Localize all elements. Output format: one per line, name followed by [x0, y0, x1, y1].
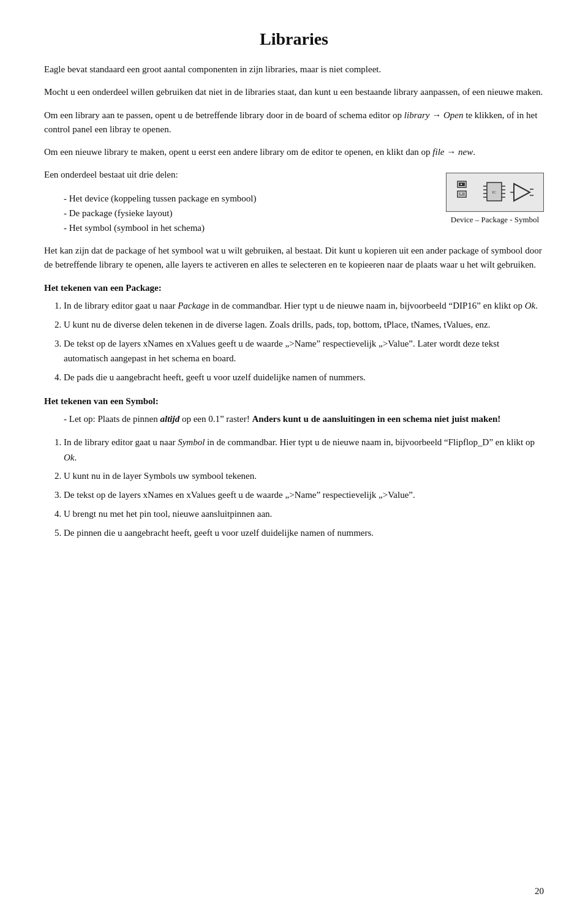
svg-text:IC: IC: [492, 190, 497, 195]
symbol-icon: [510, 179, 533, 206]
list-item: U brengt nu met het pin tool, nieuwe aan…: [64, 506, 544, 522]
package-icon: IC: [482, 179, 507, 206]
paragraph-4: Om een nieuwe library te maken, opent u …: [44, 145, 544, 159]
paragraph-1: Eagle bevat standaard een groot aantal c…: [44, 62, 544, 77]
device-image-graphic: IC: [446, 173, 544, 212]
symbol-bullet-list: Let op: Plaats de pinnen altijd op een 0…: [64, 412, 544, 426]
device-icon: [456, 179, 478, 206]
symbol-steps: In de library editor gaat u naar Symbol …: [64, 435, 544, 541]
list-item: In de library editor gaat u naar Package…: [64, 298, 544, 314]
page-title: Libraries: [44, 29, 544, 49]
page-number: 20: [535, 886, 544, 897]
page: Libraries Eagle bevat standaard een groo…: [0, 0, 588, 921]
svg-marker-16: [514, 184, 530, 201]
three-parts-section: IC Device – Package - Symbol Een onderde…: [44, 168, 544, 243]
heading-symbol: Het tekenen van een Symbol:: [44, 396, 544, 407]
list-item: U kunt nu in de layer Symbols uw symbool…: [64, 468, 544, 484]
heading-package: Het tekenen van een Package:: [44, 283, 544, 293]
package-steps: In de library editor gaat u naar Package…: [64, 298, 544, 385]
list-item: Let op: Plaats de pinnen altijd op een 0…: [64, 412, 544, 426]
image-caption: Device – Package - Symbol: [451, 215, 539, 225]
list-item: De tekst op de layers xNames en xValues …: [64, 336, 544, 367]
list-item: U kunt nu de diverse delen tekenen in de…: [64, 317, 544, 333]
list-item: In de library editor gaat u naar Symbol …: [64, 435, 544, 465]
svg-rect-4: [461, 184, 462, 185]
paragraph-2: Mocht u een onderdeel willen gebruiken d…: [44, 85, 544, 99]
device-package-symbol-image: IC Device – Package - Symbol: [446, 173, 544, 225]
paragraph-6: Het kan zijn dat de package of het symbo…: [44, 244, 544, 273]
list-item: De pads die u aangebracht heeft, geeft u…: [64, 370, 544, 385]
paragraph-3: Om een library aan te passen, opent u de…: [44, 108, 544, 137]
list-item: De tekst op de layers xNames en xValues …: [64, 487, 544, 503]
svg-rect-5: [461, 193, 462, 194]
list-item: De pinnen die u aangebracht heeft, geeft…: [64, 525, 544, 541]
